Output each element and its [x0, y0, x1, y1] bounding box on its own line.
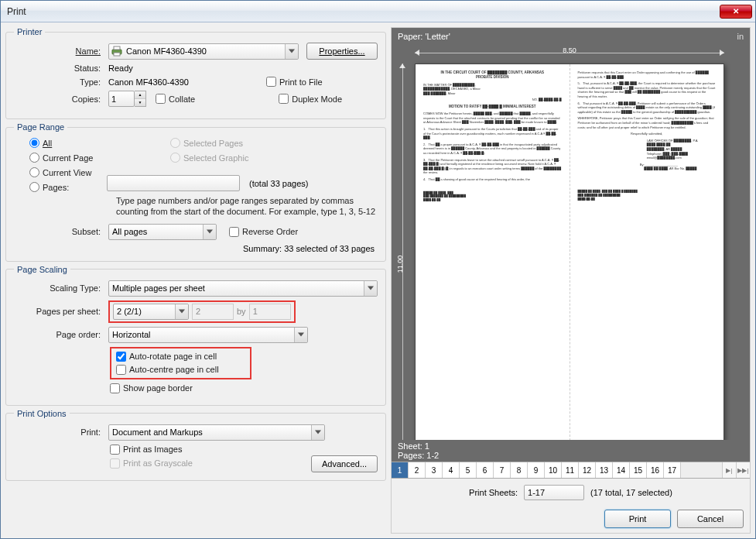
page-order-label: Page order: — [14, 330, 105, 339]
range-selected-pages-radio: Selected Pages — [170, 138, 248, 148]
sheet-page-14[interactable]: 14 — [613, 462, 630, 478]
print-what-select[interactable]: Document and Markups — [108, 424, 325, 441]
print-sheets-input[interactable] — [524, 485, 584, 500]
copies-spinner[interactable]: ▲▼ — [108, 91, 146, 107]
sheet-page-2[interactable]: 2 — [409, 462, 426, 478]
sheet-info: Sheet: 1 Pages: 1-2 — [392, 440, 750, 462]
print-options-group: Print Options Print: Document and Markup… — [5, 409, 386, 481]
pages-range: Pages: 1-2 — [398, 451, 744, 460]
sheet-page-5[interactable]: 5 — [460, 462, 477, 478]
window-title: Print — [7, 6, 720, 17]
page-range-help: Type page numbers and/or page ranges sep… — [116, 195, 378, 218]
print-dialog: Print ✕ Printer Name: Canon MF4360-4390 — [0, 0, 756, 539]
nav-next-icon[interactable]: ▶| — [722, 462, 736, 478]
range-all-radio[interactable]: All — [29, 138, 164, 148]
range-current-page-radio[interactable]: Current Page — [29, 153, 164, 163]
preview-area: 8.50 11.00 IN THE CIRCUIT COURT OF █████… — [392, 45, 750, 440]
print-sheets-label: Print Sheets: — [469, 488, 518, 497]
printer-name-select[interactable]: Canon MF4360-4390 — [108, 43, 299, 60]
preview-page-2: Petitioner requests that this Court ente… — [570, 64, 724, 440]
duplex-checkbox[interactable]: Duplex Mode — [279, 94, 342, 104]
rotate-centre-highlight: Auto-rotate page in cell Auto-centre pag… — [110, 347, 251, 379]
page-range-legend: Page Range — [14, 122, 67, 132]
reverse-order-checkbox[interactable]: Reverse Order — [229, 227, 298, 237]
type-label: Type: — [14, 77, 105, 87]
print-button[interactable]: Print — [604, 510, 671, 528]
subset-label: Subset: — [14, 227, 105, 236]
pps-highlight: 2 (2/1) 2 by 1 — [108, 300, 296, 323]
page-preview: IN THE CIRCUIT COURT OF ████████ COUNTY,… — [415, 64, 724, 440]
sheet-page-16[interactable]: 16 — [647, 462, 664, 478]
spin-up-icon[interactable]: ▲ — [135, 91, 145, 99]
status-label: Status: — [14, 64, 105, 73]
svg-rect-2 — [114, 53, 120, 56]
page-scaling-group: Page Scaling Scaling Type: Multiple page… — [5, 265, 386, 406]
copies-input[interactable] — [108, 91, 135, 107]
sheet-page-7[interactable]: 7 — [494, 462, 511, 478]
properties-button[interactable]: Properties... — [306, 43, 378, 60]
sheet-page-8[interactable]: 8 — [511, 462, 528, 478]
sheet-page-13[interactable]: 13 — [596, 462, 613, 478]
status-value: Ready — [108, 64, 133, 73]
range-selected-graphic-radio: Selected Graphic — [170, 153, 248, 163]
paper-header: Paper: 'Letter' in — [392, 28, 750, 45]
auto-rotate-checkbox[interactable]: Auto-rotate page in cell — [116, 352, 217, 362]
print-options-legend: Print Options — [14, 409, 70, 418]
sheet-page-4[interactable]: 4 — [443, 462, 460, 478]
pps-label: Pages per sheet: — [14, 307, 105, 316]
paper-unit: in — [737, 32, 744, 41]
sheet-page-6[interactable]: 6 — [477, 462, 494, 478]
sheet-page-3[interactable]: 3 — [426, 462, 443, 478]
scaling-type-label: Scaling Type: — [14, 283, 105, 293]
subset-select[interactable]: All pages — [108, 224, 217, 240]
sheet-page-17[interactable]: 17 — [664, 462, 681, 478]
svg-rect-1 — [114, 46, 120, 50]
advanced-button[interactable]: Advanced... — [311, 455, 378, 472]
sheet-page-10[interactable]: 10 — [545, 462, 562, 478]
printer-group: Printer Name: Canon MF4360-4390 Properti… — [5, 27, 386, 119]
sheet-page-11[interactable]: 11 — [562, 462, 579, 478]
total-pages-text: (total 33 pages) — [249, 179, 308, 188]
printer-legend: Printer — [14, 27, 45, 36]
sheet-number: Sheet: 1 — [398, 441, 744, 451]
cancel-button[interactable]: Cancel — [677, 510, 744, 528]
scaling-type-select[interactable]: Multiple pages per sheet — [108, 280, 378, 297]
collate-checkbox[interactable]: Collate — [156, 94, 195, 104]
preview-page-1: IN THE CIRCUIT COURT OF ████████ COUNTY,… — [416, 64, 570, 440]
auto-centre-checkbox[interactable]: Auto-centre page in cell — [116, 365, 219, 375]
sheet-page-list: 1234567891011121314151617 — [392, 462, 681, 478]
sheet-page-1[interactable]: 1 — [392, 462, 409, 478]
pages-input[interactable] — [107, 175, 240, 191]
ruler-top: 8.50 — [415, 48, 724, 60]
print-what-label: Print: — [14, 427, 105, 437]
page-order-select[interactable]: Horizontal — [108, 327, 308, 343]
pps-by-label: by — [237, 307, 246, 316]
close-icon: ✕ — [733, 7, 739, 15]
print-as-images-checkbox[interactable]: Print as Images — [110, 445, 182, 455]
title-bar: Print ✕ — [1, 1, 755, 22]
type-value: Canon MF4360-4390 — [108, 77, 263, 87]
range-summary: Summary: 33 selected of 33 pages — [14, 244, 378, 253]
spin-down-icon[interactable]: ▼ — [135, 99, 145, 106]
sheet-page-12[interactable]: 12 — [579, 462, 596, 478]
sheet-page-15[interactable]: 15 — [630, 462, 647, 478]
sheet-nav: 1234567891011121314151617 ▶| ▶▶| — [392, 462, 750, 479]
printer-icon — [111, 45, 123, 57]
page-scaling-legend: Page Scaling — [14, 265, 70, 274]
page-range-group: Page Range All Current Page Current View… — [5, 122, 386, 262]
show-border-checkbox[interactable]: Show page border — [110, 383, 193, 393]
pps-rows: 1 — [249, 304, 291, 320]
print-to-file-checkbox[interactable]: Print to File — [266, 77, 323, 87]
pps-cols: 2 — [192, 304, 234, 320]
print-as-grayscale-checkbox: Print as Grayscale — [110, 458, 193, 469]
sheet-page-9[interactable]: 9 — [528, 462, 545, 478]
nav-last-icon[interactable]: ▶▶| — [736, 462, 750, 478]
pps-select[interactable]: 2 (2/1) — [113, 304, 189, 320]
paper-label: Paper: 'Letter' — [398, 32, 450, 41]
printer-name-label: Name: — [14, 46, 105, 56]
print-sheets-total: (17 total, 17 selected) — [590, 488, 672, 497]
copies-label: Copies: — [14, 94, 105, 104]
ruler-left: 11.00 — [395, 64, 410, 440]
close-button[interactable]: ✕ — [720, 5, 752, 19]
